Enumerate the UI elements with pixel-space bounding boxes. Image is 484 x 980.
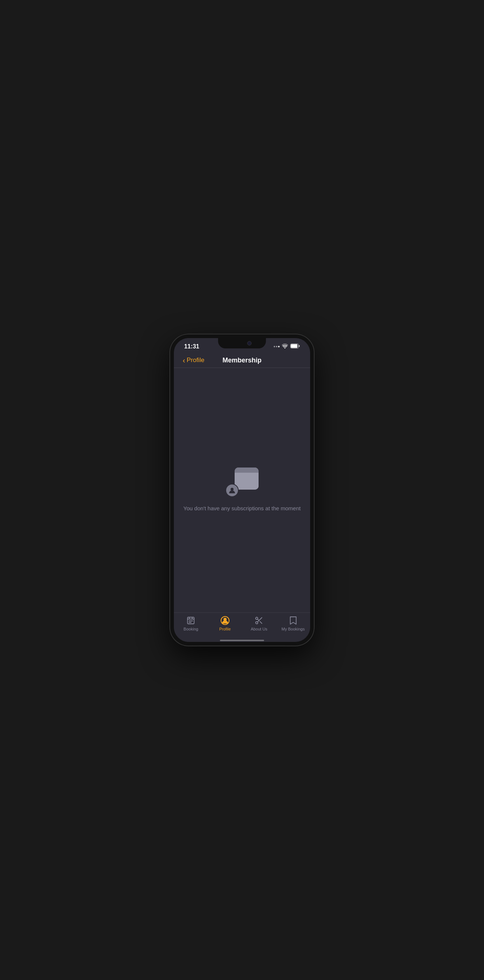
svg-rect-4 (187, 617, 194, 624)
person-icon (225, 484, 239, 497)
tab-bar: Booking Profile (174, 612, 310, 640)
back-chevron-icon: ‹ (183, 356, 185, 364)
main-content: You don't have any subscriptions at the … (174, 368, 310, 612)
status-icons (274, 343, 300, 350)
empty-message: You don't have any subscriptions at the … (183, 504, 301, 513)
status-time: 11:31 (184, 343, 199, 350)
home-indicator-bar (220, 640, 264, 641)
profile-label: Profile (219, 627, 230, 631)
tab-about-us[interactable]: About Us (246, 616, 272, 631)
svg-point-3 (230, 488, 233, 491)
home-indicator (174, 640, 310, 642)
back-label: Profile (187, 356, 205, 364)
wifi-icon (282, 343, 288, 350)
page-title: Membership (222, 356, 262, 364)
profile-icon (220, 616, 230, 625)
svg-line-15 (260, 621, 262, 624)
tab-booking[interactable]: Booking (178, 616, 204, 631)
camera (247, 341, 252, 345)
notch (218, 338, 266, 348)
svg-line-16 (257, 619, 259, 620)
battery-icon (290, 343, 300, 350)
signal-icon (274, 346, 279, 347)
bookmark-icon (289, 616, 298, 625)
subscription-icon (225, 468, 259, 497)
card-body (235, 473, 259, 490)
screen: 11:31 (174, 338, 310, 642)
card-stripe (235, 468, 259, 473)
empty-state: You don't have any subscriptions at the … (183, 468, 301, 513)
my-bookings-label: My Bookings (281, 627, 305, 631)
tab-profile[interactable]: Profile (212, 616, 238, 631)
nav-bar: ‹ Profile Membership (174, 353, 310, 368)
svg-rect-1 (291, 344, 298, 348)
svg-rect-2 (299, 345, 300, 347)
card-icon (235, 468, 259, 490)
booking-label: Booking (183, 627, 198, 631)
phone-frame: 11:31 (170, 334, 314, 646)
tab-my-bookings[interactable]: My Bookings (280, 616, 306, 631)
booking-icon (186, 616, 195, 625)
about-us-label: About Us (251, 627, 267, 631)
back-button[interactable]: ‹ Profile (183, 356, 205, 364)
scissors-icon (254, 616, 264, 625)
